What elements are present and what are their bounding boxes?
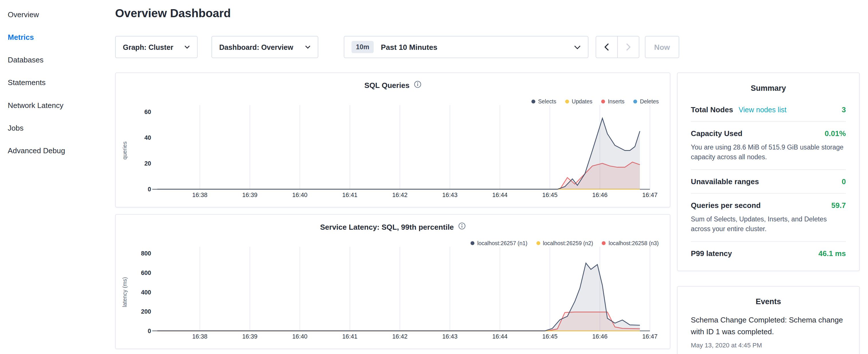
x-tick-label: 16:46 [592, 192, 608, 198]
summary-note: You are using 28.6 MiB of 515.9 GiB usab… [691, 142, 846, 162]
sidebar-item-network-latency[interactable]: Network Latency [0, 94, 105, 117]
chart-title: SQL Queries [116, 81, 670, 90]
legend-dot [633, 100, 637, 104]
x-tick-label: 16:47 [642, 192, 657, 198]
y-tick-label: 400 [141, 289, 151, 296]
summary-label: Queries per second [691, 201, 761, 210]
summary-value: 3 [842, 106, 846, 114]
x-tick-label: 16:47 [642, 333, 657, 340]
x-tick-label: 16:40 [292, 192, 308, 198]
x-tick-label: 16:39 [242, 333, 257, 340]
legend-label: Inserts [608, 99, 624, 104]
now-button[interactable]: Now [645, 36, 679, 58]
y-tick-label: 60 [145, 108, 151, 116]
x-tick-label: 16:44 [492, 333, 507, 340]
summary-row-queries-per-second: Queries per second 59.7 Sum of Selects, … [691, 194, 846, 242]
sidebar-item-metrics[interactable]: Metrics [0, 26, 105, 49]
time-forward-button[interactable] [617, 36, 639, 58]
time-pager [596, 36, 640, 58]
legend-item[interactable]: Selects [532, 99, 557, 104]
y-tick-label: 600 [141, 269, 151, 277]
legend-dot [602, 241, 606, 245]
sidebar-item-jobs[interactable]: Jobs [0, 117, 105, 139]
graph-selector-dropdown[interactable]: Graph: Cluster [115, 36, 198, 58]
dashboard-selector-dropdown[interactable]: Dashboard: Overview [212, 36, 318, 58]
controls-bar: Graph: Cluster Dashboard: Overview 10m P… [115, 36, 679, 58]
legend-label: localhost:26257 (n1) [477, 240, 527, 246]
x-tick-label: 16:44 [492, 192, 507, 198]
x-tick-label: 16:46 [592, 333, 608, 340]
sidebar: Overview Metrics Databases Statements Ne… [0, 0, 105, 354]
chart-legend: SelectsUpdatesInsertsDeletes [532, 99, 659, 104]
sidebar-item-advanced-debug[interactable]: Advanced Debug [0, 139, 105, 162]
x-tick-label: 16:41 [342, 192, 358, 198]
graph-selector-label: Graph: Cluster [123, 43, 174, 51]
x-tick-label: 16:42 [392, 192, 407, 198]
chart-legend: localhost:26257 (n1)localhost:26259 (n2)… [470, 240, 659, 246]
event-timestamp: May 13, 2020 at 4:45 PM [691, 342, 846, 349]
y-tick-label: 800 [141, 250, 151, 257]
info-icon[interactable] [458, 223, 465, 231]
service-latency-chart: 16:3816:3916:4016:4116:4216:4316:4416:45… [116, 215, 670, 349]
legend-item[interactable]: Inserts [601, 99, 624, 104]
x-tick-label: 16:45 [542, 192, 557, 198]
legend-dot [565, 100, 569, 104]
time-back-button[interactable] [596, 36, 618, 58]
info-icon[interactable] [414, 81, 421, 90]
series-area [157, 263, 640, 331]
y-axis-label: queries [122, 141, 128, 160]
chevron-down-icon [184, 45, 190, 49]
summary-label: Capacity Used [691, 129, 743, 138]
y-tick-label: 0 [148, 328, 151, 334]
legend-item[interactable]: localhost:26257 (n1) [470, 240, 527, 246]
y-axis-label: latency (ms) [122, 277, 128, 307]
app: Overview Metrics Databases Statements Ne… [0, 0, 868, 354]
time-window-controls: 10m Past 10 Minutes Now [344, 36, 679, 58]
service-latency-chart-card: Service Latency: SQL, 99th percentile lo… [115, 214, 671, 349]
time-window-badge: 10m [351, 41, 374, 53]
dashboard-selector-label: Dashboard: Overview [219, 43, 293, 51]
summary-row-unavailable-ranges: Unavailable ranges 0 [691, 170, 846, 194]
legend-dot [532, 100, 535, 104]
legend-label: localhost:26259 (n2) [543, 240, 593, 246]
y-tick-label: 40 [145, 134, 151, 141]
summary-value: 46.1 ms [818, 250, 846, 258]
time-range-dropdown[interactable]: 10m Past 10 Minutes [344, 36, 589, 58]
time-window-label: Past 10 Minutes [381, 43, 437, 51]
chevron-down-icon [305, 45, 310, 49]
sidebar-item-overview[interactable]: Overview [0, 3, 105, 26]
sidebar-item-databases[interactable]: Databases [0, 49, 105, 71]
x-tick-label: 16:40 [292, 333, 308, 340]
y-tick-label: 20 [145, 160, 151, 167]
y-tick-label: 0 [148, 186, 151, 193]
legend-item[interactable]: localhost:26259 (n2) [536, 240, 593, 246]
sidebar-item-statements[interactable]: Statements [0, 71, 105, 94]
legend-item[interactable]: localhost:26258 (n3) [602, 240, 659, 246]
view-nodes-list-link[interactable]: View nodes list [739, 106, 786, 114]
summary-label: Unavailable ranges [691, 178, 759, 186]
y-tick-label: 200 [141, 308, 151, 315]
event-message: Schema Change Completed: Schema change w… [691, 315, 846, 338]
summary-row-total-nodes: Total Nodes View nodes list 3 [691, 98, 846, 122]
legend-dot [536, 241, 540, 245]
event-item[interactable]: Schema Change Completed: Schema change w… [691, 315, 846, 349]
summary-value: 0 [842, 178, 846, 186]
legend-label: localhost:26258 (n3) [609, 240, 659, 246]
x-tick-label: 16:42 [392, 333, 407, 340]
legend-label: Deletes [640, 99, 658, 104]
chevron-left-icon [604, 43, 609, 51]
chevron-down-icon [574, 45, 581, 49]
summary-label: Total Nodes [691, 106, 733, 114]
legend-item[interactable]: Updates [565, 99, 592, 104]
legend-item[interactable]: Deletes [633, 99, 659, 104]
x-tick-label: 16:38 [192, 333, 208, 340]
page-title: Overview Dashboard [115, 7, 231, 20]
summary-row-p99-latency: P99 latency 46.1 ms [691, 242, 846, 265]
x-tick-label: 16:43 [442, 192, 457, 198]
summary-value: 0.01% [825, 129, 846, 138]
legend-label: Updates [572, 99, 592, 104]
summary-value: 59.7 [831, 201, 846, 210]
sql-queries-chart-card: SQL Queries SelectsUpdatesInsertsDeletes… [115, 72, 671, 207]
chart-title-text: Service Latency: SQL, 99th percentile [320, 223, 454, 231]
summary-note: Sum of Selects, Updates, Inserts, and De… [691, 214, 846, 234]
